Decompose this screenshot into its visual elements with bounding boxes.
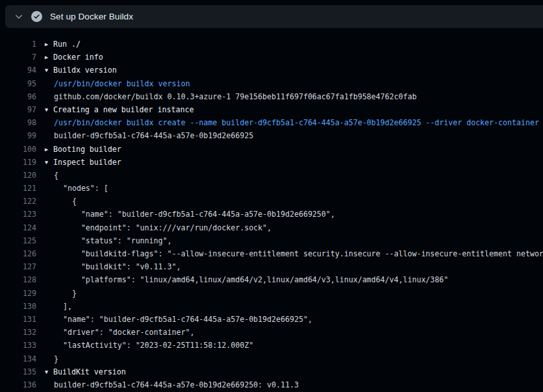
line-number[interactable]: 97 — [0, 103, 36, 116]
line-number[interactable]: 135 — [0, 365, 36, 378]
line-number[interactable]: 133 — [0, 339, 36, 352]
log-line-text: ], — [45, 300, 72, 313]
triangle-expanded-icon: ▼ — [45, 156, 53, 169]
log-group-header[interactable]: ▶Booting builder — [45, 143, 121, 156]
log-line: 98 /usr/bin/docker buildx create --name … — [0, 116, 543, 129]
log-line-text: "name": "builder-d9cfb5a1-c764-445a-a57e… — [45, 313, 312, 326]
log-line-text: "nodes": [ — [45, 182, 108, 195]
log-line-text: "status": "running", — [45, 234, 171, 247]
log-line: 135 ▼BuildKit version — [0, 365, 543, 378]
line-number[interactable]: 124 — [0, 221, 36, 234]
log-group-header[interactable]: ▼Creating a new builder instance — [45, 103, 194, 116]
log-line: 127 "buildkit": "v0.11.3", — [0, 260, 543, 273]
log-line: 1 ▶Run ./ — [0, 38, 543, 51]
line-number[interactable]: 128 — [0, 273, 36, 286]
line-number[interactable]: 131 — [0, 313, 36, 326]
log-line-text: { — [45, 195, 77, 208]
log-line: 126 "buildkitd-flags": "--allow-insecure… — [0, 247, 543, 260]
log-group-header[interactable]: ▼Buildx version — [45, 64, 117, 77]
log-line: 99 builder-d9cfb5a1-c764-445a-a57e-0b19d… — [0, 129, 543, 142]
log-line: 94 ▼Buildx version — [0, 64, 543, 77]
log-line: 124 "endpoint": "unix:///var/run/docker.… — [0, 221, 543, 234]
triangle-collapsed-icon: ▶ — [45, 143, 53, 156]
log-line-text: "lastActivity": "2023-02-25T11:58:12.000… — [45, 339, 253, 352]
line-number[interactable]: 123 — [0, 208, 36, 221]
log-group-header[interactable]: ▼Inspect builder — [45, 156, 121, 169]
line-number[interactable]: 7 — [0, 51, 36, 64]
log-line-text: "driver": "docker-container", — [45, 326, 194, 339]
line-number[interactable]: 134 — [0, 352, 36, 365]
log-line-text: "endpoint": "unix:///var/run/docker.sock… — [45, 221, 272, 234]
step-header[interactable]: Set up Docker Buildx — [5, 5, 543, 28]
line-number[interactable]: 94 — [0, 64, 36, 77]
log-line: 97 ▼Creating a new builder instance — [0, 103, 543, 116]
log-line-text: github.com/docker/buildx 0.10.3+azure-1 … — [45, 90, 416, 103]
chevron-down-icon[interactable] — [14, 12, 24, 22]
line-number[interactable]: 127 — [0, 260, 36, 273]
log-line: 119 ▼Inspect builder — [0, 156, 543, 169]
line-number[interactable]: 98 — [0, 116, 36, 129]
log-line-text: "buildkit": "v0.11.3", — [45, 260, 181, 273]
log-line-text: /usr/bin/docker buildx version — [45, 77, 190, 90]
log-line: 130 ], — [0, 300, 543, 313]
log-line: 125 "status": "running", — [0, 234, 543, 247]
log-line-text: "name": "builder-d9cfb5a1-c764-445a-a57e… — [45, 208, 335, 221]
triangle-expanded-icon: ▼ — [45, 103, 53, 116]
log-group-header[interactable]: ▶Docker info — [45, 51, 103, 64]
log-line-text: { — [45, 169, 58, 182]
line-number[interactable]: 99 — [0, 129, 36, 142]
log-line: 132 "driver": "docker-container", — [0, 326, 543, 339]
line-number[interactable]: 125 — [0, 234, 36, 247]
line-number[interactable]: 122 — [0, 195, 36, 208]
log-line: 133 "lastActivity": "2023-02-25T11:58:12… — [0, 339, 543, 352]
log-line: 7 ▶Docker info — [0, 51, 543, 64]
step-title: Set up Docker Buildx — [50, 12, 133, 21]
log-line: 128 "platforms": "linux/amd64,linux/amd6… — [0, 273, 543, 286]
line-number[interactable]: 121 — [0, 182, 36, 195]
log-line: 134 } — [0, 352, 543, 365]
line-number[interactable]: 100 — [0, 143, 36, 156]
log-group-header[interactable]: ▼BuildKit version — [45, 365, 126, 378]
log-line: 129 } — [0, 287, 543, 300]
line-number[interactable]: 126 — [0, 247, 36, 260]
line-number[interactable]: 130 — [0, 300, 36, 313]
log-line-text: /usr/bin/docker buildx create --name bui… — [45, 116, 539, 129]
log-line: 100 ▶Booting builder — [0, 143, 543, 156]
line-number[interactable]: 136 — [0, 378, 36, 391]
triangle-expanded-icon: ▼ — [45, 64, 53, 77]
triangle-collapsed-icon: ▶ — [45, 51, 53, 64]
log-line: 95 /usr/bin/docker buildx version — [0, 77, 543, 90]
log-line: 121 "nodes": [ — [0, 182, 543, 195]
log-line-text: "buildkitd-flags": "--allow-insecure-ent… — [45, 247, 543, 260]
log-line: 120 { — [0, 169, 543, 182]
triangle-expanded-icon: ▼ — [45, 365, 53, 378]
log-line: 136 builder-d9cfb5a1-c764-445a-a57e-0b19… — [0, 378, 543, 391]
log-group-header[interactable]: ▶Run ./ — [45, 38, 81, 51]
triangle-collapsed-icon: ▶ — [45, 38, 53, 51]
log-line-text: builder-d9cfb5a1-c764-445a-a57e-0b19d2e6… — [45, 378, 299, 391]
log-container: 1 ▶Run ./ 7 ▶Docker info 94 ▼Buildx vers… — [0, 28, 543, 392]
line-number[interactable]: 132 — [0, 326, 36, 339]
line-number[interactable]: 1 — [0, 38, 36, 51]
line-number[interactable]: 95 — [0, 77, 36, 90]
line-number[interactable]: 119 — [0, 156, 36, 169]
log-line-text: } — [45, 287, 77, 300]
log-line: 122 { — [0, 195, 543, 208]
log-line: 123 "name": "builder-d9cfb5a1-c764-445a-… — [0, 208, 543, 221]
log-line-text: } — [45, 352, 58, 365]
log-line-text: "platforms": "linux/amd64,linux/amd64/v2… — [45, 273, 448, 286]
line-number[interactable]: 129 — [0, 287, 36, 300]
check-circle-icon — [31, 11, 42, 22]
log-line: 96 github.com/docker/buildx 0.10.3+azure… — [0, 90, 543, 103]
line-number[interactable]: 120 — [0, 169, 36, 182]
log-line-text: builder-d9cfb5a1-c764-445a-a57e-0b19d2e6… — [45, 129, 253, 142]
line-number[interactable]: 96 — [0, 90, 36, 103]
log-line: 131 "name": "builder-d9cfb5a1-c764-445a-… — [0, 313, 543, 326]
